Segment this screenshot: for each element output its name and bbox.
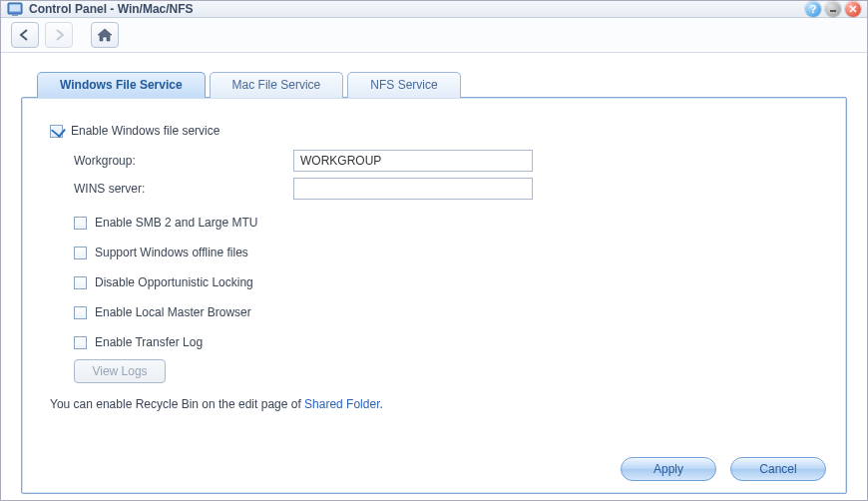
forward-button[interactable] <box>45 22 73 48</box>
checkbox-lmb[interactable] <box>74 306 87 319</box>
tab-strip: Windows File Service Mac File Service NF… <box>37 71 847 97</box>
checkbox-offline[interactable] <box>74 247 87 259</box>
tab-label: NFS Service <box>370 78 437 92</box>
row-wins: WINS server: <box>74 176 822 202</box>
close-button[interactable] <box>845 1 861 17</box>
row-view-logs: View Logs <box>74 359 822 383</box>
input-wins[interactable] <box>293 178 533 200</box>
info-text-suffix: . <box>379 397 382 411</box>
window-controls: ? <box>805 1 861 17</box>
home-button[interactable] <box>91 22 119 48</box>
apply-button[interactable]: Apply <box>621 457 716 481</box>
svg-rect-1 <box>10 5 21 12</box>
control-panel-icon <box>7 1 23 17</box>
checkbox-oplock[interactable] <box>74 276 87 289</box>
titlebar: Control Panel - Win/Mac/NFS ? <box>1 1 867 18</box>
row-enable-service: Enable Windows file service <box>50 118 822 144</box>
checkbox-enable-service[interactable] <box>50 125 63 138</box>
tab-windows-file-service[interactable]: Windows File Service <box>37 72 206 98</box>
control-panel-window: Control Panel - Win/Mac/NFS ? Windows Fi… <box>0 0 868 501</box>
checkbox-xferlog[interactable] <box>74 336 87 349</box>
row-smb2: Enable SMB 2 and Large MTU <box>74 210 822 236</box>
footer-buttons: Apply Cancel <box>621 457 826 481</box>
label-xferlog[interactable]: Enable Transfer Log <box>95 335 203 349</box>
form-area: Enable Windows file service Workgroup: W… <box>46 116 822 411</box>
checkbox-smb2[interactable] <box>74 217 87 230</box>
view-logs-button[interactable]: View Logs <box>74 359 166 383</box>
minimize-button[interactable] <box>825 1 841 17</box>
label-oplock[interactable]: Disable Opportunistic Locking <box>95 275 253 289</box>
info-line: You can enable Recycle Bin on the edit p… <box>50 397 822 411</box>
info-text-prefix: You can enable Recycle Bin on the edit p… <box>50 397 304 411</box>
input-workgroup[interactable] <box>293 150 533 172</box>
help-button[interactable]: ? <box>805 1 821 17</box>
svg-rect-2 <box>12 14 18 16</box>
row-offline: Support Windows offline files <box>74 240 822 265</box>
label-lmb[interactable]: Enable Local Master Browser <box>95 305 251 319</box>
label-smb2[interactable]: Enable SMB 2 and Large MTU <box>95 216 257 230</box>
tab-label: Mac File Service <box>232 78 321 92</box>
label-offline[interactable]: Support Windows offline files <box>95 246 248 259</box>
label-enable-service[interactable]: Enable Windows file service <box>71 124 219 138</box>
back-button[interactable] <box>11 22 39 48</box>
tab-panel: Enable Windows file service Workgroup: W… <box>21 97 847 494</box>
label-wins: WINS server: <box>74 182 293 196</box>
row-xferlog: Enable Transfer Log <box>74 329 822 355</box>
tab-nfs-service[interactable]: NFS Service <box>347 72 460 98</box>
row-oplock: Disable Opportunistic Locking <box>74 269 822 295</box>
shared-folder-link[interactable]: Shared Folder <box>304 397 379 411</box>
tab-label: Windows File Service <box>60 78 183 92</box>
cancel-button[interactable]: Cancel <box>730 457 826 481</box>
label-workgroup: Workgroup: <box>74 154 293 168</box>
content-area: Windows File Service Mac File Service NF… <box>1 53 867 501</box>
toolbar <box>1 18 867 53</box>
svg-rect-3 <box>830 10 836 12</box>
tab-mac-file-service[interactable]: Mac File Service <box>210 72 344 98</box>
row-lmb: Enable Local Master Browser <box>74 299 822 325</box>
row-workgroup: Workgroup: <box>74 148 822 174</box>
window-title: Control Panel - Win/Mac/NFS <box>29 2 805 16</box>
